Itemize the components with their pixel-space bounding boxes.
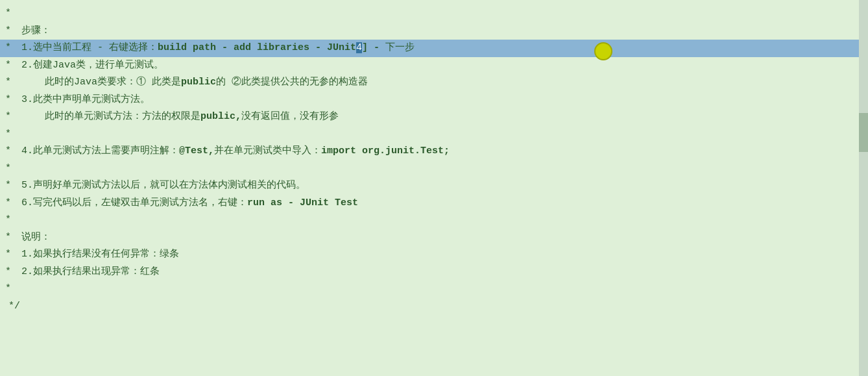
- line-text: 1.选中当前工程 - 右键选择：build path - add librari…: [13, 41, 415, 56]
- line-2: * 步骤：: [0, 23, 868, 40]
- line-7: * 此时的单元测试方法：方法的权限是public,没有返回值，没有形参: [0, 108, 868, 126]
- keyword-public: public: [181, 77, 216, 88]
- line-star: *: [0, 93, 13, 108]
- line-14: * 说明：: [0, 229, 868, 247]
- line-15: * 1.如果执行结果没有任何异常：绿条: [0, 246, 868, 264]
- line-text: 2.如果执行结果出现异常：红条: [13, 265, 160, 280]
- line-star: *: [0, 75, 13, 90]
- closing-comment: */: [0, 299, 20, 314]
- line-star: *: [0, 265, 13, 280]
- keyword-public2: public,: [200, 111, 241, 122]
- line-star: *: [0, 144, 13, 159]
- line-star: *: [0, 162, 13, 177]
- line-1: *: [0, 5, 868, 23]
- line-9: * 4.此单元测试方法上需要声明注解：@Test,并在单元测试类中导入：impo…: [0, 143, 868, 160]
- line-text: 说明：: [13, 231, 51, 245]
- line-10: *: [0, 160, 868, 178]
- line-star: *: [0, 179, 13, 194]
- line-text: 4.此单元测试方法上需要声明注解：@Test,并在单元测试类中导入：import…: [13, 144, 450, 159]
- line-6: * 3.此类中声明单元测试方法。: [0, 92, 868, 109]
- code-editor: * * 步骤： * 1.选中当前工程 - 右键选择：build path - a…: [0, 0, 868, 376]
- line-text: 步骤：: [13, 24, 51, 39]
- line-3: * 1.选中当前工程 - 右键选择：build path - add libra…: [0, 40, 868, 57]
- line-text: 1.如果执行结果没有任何异常：绿条: [13, 247, 179, 262]
- line-star: *: [0, 127, 13, 142]
- line-text: 3.此类中声明单元测试方法。: [13, 93, 150, 108]
- line-star: *: [0, 231, 13, 245]
- line-11: * 5.声明好单元测试方法以后，就可以在方法体内测试相关的代码。: [0, 177, 868, 195]
- line-star: *: [0, 213, 13, 228]
- line-18: */: [0, 298, 868, 316]
- line-8: *: [0, 126, 868, 144]
- scrollbar-thumb[interactable]: [859, 113, 868, 152]
- keyword-import: import org.junit.Test;: [321, 145, 450, 157]
- line-5: * 此时的Java类要求：① 此类是public的 ②此类提供公共的无参的构造器: [0, 74, 868, 92]
- keyword-bracket: ] -: [362, 42, 385, 53]
- line-17: *: [0, 281, 868, 298]
- line-19: [0, 315, 868, 333]
- line-star: *: [0, 41, 13, 56]
- line-star: *: [0, 110, 13, 125]
- line-4: * 2.创建Java类，进行单元测试。: [0, 57, 868, 75]
- line-star: *: [0, 58, 13, 73]
- line-star: *: [0, 247, 13, 262]
- scrollbar[interactable]: [859, 0, 868, 376]
- line-star: *: [0, 24, 13, 39]
- blue-italic-text: [0, 316, 9, 332]
- cursor-highlight: [594, 42, 612, 60]
- line-text: 此时的单元测试方法：方法的权限是public,没有返回值，没有形参: [13, 110, 339, 125]
- line-text: 此时的Java类要求：① 此类是public的 ②此类提供公共的无参的构造器: [13, 75, 368, 90]
- line-star: *: [0, 6, 13, 21]
- line-star: *: [0, 196, 13, 211]
- keyword-test: @Test,: [179, 145, 214, 157]
- line-12: * 6.写完代码以后，左键双击单元测试方法名，右键：run as - JUnit…: [0, 195, 868, 212]
- line-16: * 2.如果执行结果出现异常：红条: [0, 264, 868, 281]
- keyword-run: run as - JUnit Test: [247, 197, 358, 208]
- keyword-build: build path - add libraries - JUnit: [158, 42, 356, 53]
- line-13: *: [0, 212, 868, 229]
- line-text: 6.写完代码以后，左键双击单元测试方法名，右键：run as - JUnit T…: [13, 196, 358, 211]
- line-text: 5.声明好单元测试方法以后，就可以在方法体内测试相关的代码。: [13, 179, 306, 194]
- selected-4: 4: [356, 42, 362, 53]
- line-star: *: [0, 282, 13, 297]
- line-text: 2.创建Java类，进行单元测试。: [13, 58, 163, 73]
